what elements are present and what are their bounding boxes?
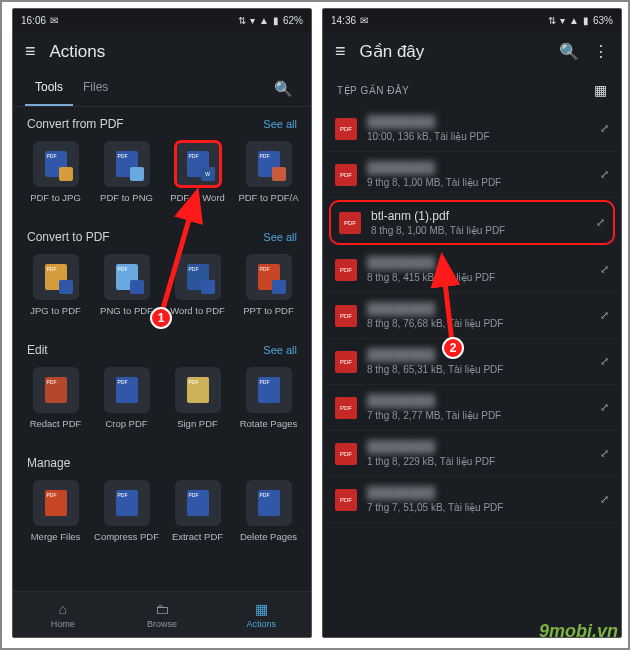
status-time: 16:06 <box>21 15 46 26</box>
section-manage: Manage <box>27 456 70 470</box>
file-meta: 8 thg 8, 1,00 MB, Tài liệu PDF <box>371 225 586 236</box>
file-meta: 8 thg 8, 415 kB, Tài liệu PDF <box>367 272 590 283</box>
file-row[interactable]: PDF████████8 thg 8, 415 kB, Tài liệu PDF… <box>323 247 621 293</box>
section-convert-from: Convert from PDF <box>27 117 124 131</box>
nav-browse[interactable]: 🗀Browse <box>112 592 211 637</box>
pdf-icon: PDF <box>335 443 357 465</box>
expand-icon[interactable]: ⤢ <box>600 493 609 506</box>
tile-sign[interactable]: Sign PDF <box>165 367 230 438</box>
battery-icon: ▮ <box>583 15 589 26</box>
expand-icon[interactable]: ⤢ <box>600 355 609 368</box>
file-name: btl-anm (1).pdf <box>371 209 586 223</box>
search-icon[interactable]: 🔍 <box>268 74 299 104</box>
file-meta: 8 thg 8, 76,68 kB, Tài liệu PDF <box>367 318 590 329</box>
menu-icon[interactable]: ≡ <box>25 41 36 62</box>
tile-pdf-to-pdfa[interactable]: PDF to PDF/A <box>236 141 301 212</box>
signal-icon: ▲ <box>259 15 269 26</box>
tile-delete-pages[interactable]: Delete Pages <box>236 480 301 551</box>
file-row[interactable]: PDF████████7 thg 7, 51,05 kB, Tài liệu P… <box>323 477 621 523</box>
home-icon: ⌂ <box>58 601 66 617</box>
tile-ppt-to-pdf[interactable]: PPT to PDF <box>236 254 301 325</box>
pdf-icon: PDF <box>335 489 357 511</box>
file-meta: 1 thg 8, 229 kB, Tài liệu PDF <box>367 456 590 467</box>
file-row[interactable]: PDF████████10:00, 136 kB, Tài liệu PDF⤢ <box>323 106 621 152</box>
wifi-icon: ▾ <box>560 15 565 26</box>
tab-files[interactable]: Files <box>73 72 118 106</box>
seeall-link[interactable]: See all <box>263 344 297 356</box>
tile-rotate[interactable]: Rotate Pages <box>236 367 301 438</box>
tabs: Tools Files 🔍 <box>13 72 311 107</box>
watermark: 9mobi.vn <box>539 621 618 642</box>
file-meta: 10:00, 136 kB, Tài liệu PDF <box>367 131 590 142</box>
tile-pdf-to-word[interactable]: WPDF to Word <box>165 141 230 212</box>
expand-icon[interactable]: ⤢ <box>600 168 609 181</box>
file-name: ████████ <box>367 256 590 270</box>
file-row[interactable]: PDF████████8 thg 8, 76,68 kB, Tài liệu P… <box>323 293 621 339</box>
tile-redact[interactable]: Redact PDF <box>23 367 88 438</box>
tile-png-to-pdf[interactable]: PNG to PDF <box>94 254 159 325</box>
more-icon[interactable]: ⋮ <box>593 42 609 61</box>
tab-tools[interactable]: Tools <box>25 72 73 106</box>
file-meta: 8 thg 8, 65,31 kB, Tài liệu PDF <box>367 364 590 375</box>
expand-icon[interactable]: ⤢ <box>600 263 609 276</box>
status-time: 14:36 <box>331 15 356 26</box>
expand-icon[interactable]: ⤢ <box>600 401 609 414</box>
status-bar: 16:06✉ ⇅ ▾ ▲ ▮ 62% <box>13 9 311 31</box>
status-bar: 14:36✉ ⇅ ▾ ▲ ▮ 63% <box>323 9 621 31</box>
nav-actions[interactable]: ▦Actions <box>212 592 311 637</box>
tile-compress[interactable]: Compress PDF <box>94 480 159 551</box>
tile-merge[interactable]: Merge Files <box>23 480 88 551</box>
app-header: ≡ Gần đây 🔍 ⋮ <box>323 31 621 72</box>
expand-icon[interactable]: ⤢ <box>600 309 609 322</box>
file-row[interactable]: PDF████████8 thg 8, 65,31 kB, Tài liệu P… <box>323 339 621 385</box>
network-icon: ⇅ <box>238 15 246 26</box>
pdf-icon: PDF <box>335 259 357 281</box>
expand-icon[interactable]: ⤢ <box>600 447 609 460</box>
recent-section-label: TỆP GẦN ĐÂY <box>337 85 409 96</box>
pdf-icon: PDF <box>335 164 357 186</box>
file-list: PDF████████10:00, 136 kB, Tài liệu PDF⤢P… <box>323 106 621 523</box>
nav-home[interactable]: ⌂Home <box>13 592 112 637</box>
tile-extract[interactable]: Extract PDF <box>165 480 230 551</box>
file-name: ████████ <box>367 486 590 500</box>
file-row[interactable]: PDF████████1 thg 8, 229 kB, Tài liệu PDF… <box>323 431 621 477</box>
screenshot-recent: 14:36✉ ⇅ ▾ ▲ ▮ 63% ≡ Gần đây 🔍 ⋮ TỆP GẦN… <box>322 8 622 638</box>
search-icon[interactable]: 🔍 <box>559 42 579 61</box>
file-meta: 7 thg 8, 2,77 MB, Tài liệu PDF <box>367 410 590 421</box>
screenshot-actions: 16:06✉ ⇅ ▾ ▲ ▮ 62% ≡ Actions Tools Files… <box>12 8 312 638</box>
expand-icon[interactable]: ⤢ <box>600 122 609 135</box>
file-name: ████████ <box>367 394 590 408</box>
file-name: ████████ <box>367 115 590 129</box>
tile-crop[interactable]: Crop PDF <box>94 367 159 438</box>
file-row[interactable]: PDFbtl-anm (1).pdf8 thg 8, 1,00 MB, Tài … <box>329 200 615 245</box>
seeall-link[interactable]: See all <box>263 118 297 130</box>
file-name: ████████ <box>367 348 590 362</box>
tile-pdf-to-png[interactable]: PDF to PNG <box>94 141 159 212</box>
page-title: Actions <box>50 42 299 62</box>
view-grid-icon[interactable]: ▦ <box>594 82 607 98</box>
page-title: Gần đây <box>360 41 545 62</box>
file-row[interactable]: PDF████████7 thg 8, 2,77 MB, Tài liệu PD… <box>323 385 621 431</box>
file-name: ████████ <box>367 440 590 454</box>
menu-icon[interactable]: ≡ <box>335 41 346 62</box>
tile-pdf-to-jpg[interactable]: PDF to JPG <box>23 141 88 212</box>
network-icon: ⇅ <box>548 15 556 26</box>
pdf-icon: PDF <box>335 118 357 140</box>
battery-icon: ▮ <box>273 15 279 26</box>
pdf-icon: PDF <box>335 305 357 327</box>
section-edit: Edit <box>27 343 48 357</box>
tile-jpg-to-pdf[interactable]: JPG to PDF <box>23 254 88 325</box>
battery-pct: 63% <box>593 15 613 26</box>
file-name: ████████ <box>367 161 590 175</box>
file-name: ████████ <box>367 302 590 316</box>
bottom-nav: ⌂Home 🗀Browse ▦Actions <box>13 591 311 637</box>
pdf-icon: PDF <box>339 212 361 234</box>
tile-word-to-pdf[interactable]: Word to PDF <box>165 254 230 325</box>
seeall-link[interactable]: See all <box>263 231 297 243</box>
pdf-icon: PDF <box>335 351 357 373</box>
file-row[interactable]: PDF████████9 thg 8, 1,00 MB, Tài liệu PD… <box>323 152 621 198</box>
folder-icon: 🗀 <box>155 601 169 617</box>
notification-icon: ✉ <box>360 15 368 26</box>
file-meta: 9 thg 8, 1,00 MB, Tài liệu PDF <box>367 177 590 188</box>
expand-icon[interactable]: ⤢ <box>596 216 605 229</box>
